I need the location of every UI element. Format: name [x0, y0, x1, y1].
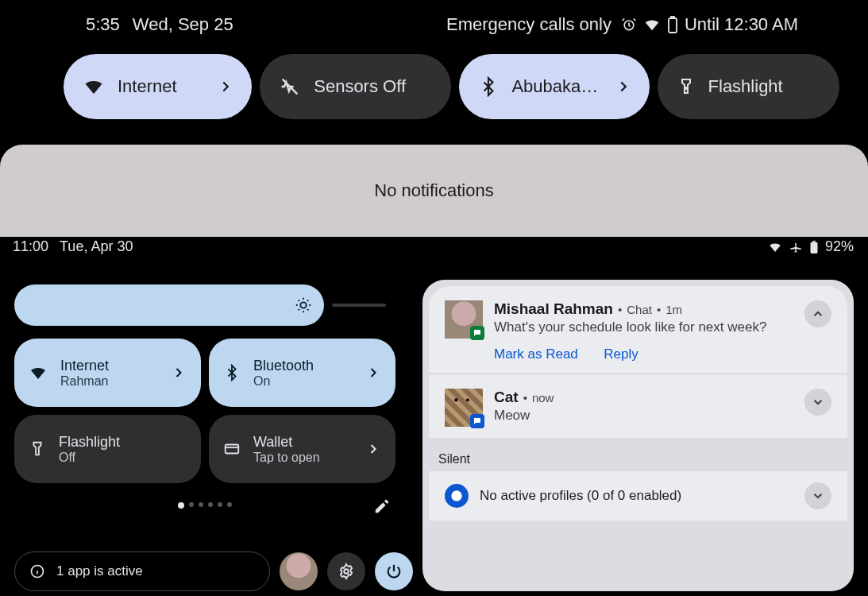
pager-dot — [227, 502, 232, 507]
flashlight-icon — [29, 440, 46, 458]
messages-app-badge-icon — [470, 414, 484, 428]
qs-tile-internet[interactable]: Internet Rahman — [14, 339, 201, 407]
battery-icon — [809, 240, 819, 254]
until-text: Until 12:30 AM — [685, 14, 798, 35]
svg-rect-2 — [671, 17, 674, 18]
qs-tile-label: Flashlight — [708, 76, 822, 97]
gear-icon — [338, 563, 355, 580]
alarm-icon — [621, 17, 637, 33]
chevron-right-icon — [171, 365, 187, 381]
qs-title: Wallet — [253, 434, 353, 451]
reply-button[interactable]: Reply — [604, 346, 638, 362]
wifi-icon — [643, 16, 661, 33]
svg-rect-1 — [669, 18, 677, 33]
qs-tile-bluetooth[interactable]: Bluetooth On — [209, 339, 395, 407]
wifi-icon — [83, 75, 105, 98]
info-icon — [29, 563, 45, 579]
battery-icon — [667, 16, 678, 33]
qs-tile-flashlight[interactable]: Flashlight Off — [14, 415, 201, 483]
brightness-slider[interactable] — [14, 284, 324, 326]
qs-subtitle: Rahman — [60, 374, 158, 389]
qs-subtitle: On — [253, 374, 353, 389]
avatar-image — [280, 552, 318, 590]
flashlight-icon — [677, 77, 696, 96]
qs-title: Flashlight — [59, 434, 187, 451]
wifi-icon — [29, 363, 48, 382]
no-notifications-panel: No notifications — [0, 145, 868, 237]
qs-tile-flashlight[interactable]: Flashlight — [658, 54, 839, 119]
brightness-track-remaining — [332, 304, 386, 307]
qs-tile-label: Sensors Off — [314, 76, 434, 97]
svg-point-3 — [685, 87, 687, 89]
expand-button[interactable] — [804, 482, 831, 509]
active-apps-label: 1 app is active — [56, 563, 143, 579]
settings-button[interactable] — [327, 552, 365, 590]
pager-dot — [199, 502, 203, 507]
pager-dot — [189, 502, 194, 507]
quick-settings-row-top: Internet Sensors Off Abubakar's.. Flashl… — [0, 35, 868, 119]
pager-dot — [208, 502, 213, 507]
active-apps-chip[interactable]: 1 app is active — [14, 551, 270, 591]
profiles-text: No active profiles (0 of 0 enabled) — [480, 488, 793, 504]
chat-app-badge-icon — [470, 326, 484, 340]
qs-tile-label: Internet — [118, 76, 204, 97]
notification-sender: Mishaal Rahman — [494, 300, 613, 318]
qs-tile-internet[interactable]: Internet — [64, 54, 252, 119]
notification-shade: Mishaal Rahman • Chat • 1m What's your s… — [422, 280, 854, 591]
qs-title: Internet — [60, 358, 158, 374]
chevron-down-icon — [811, 395, 825, 409]
no-notifications-text: No notifications — [374, 180, 493, 201]
bluetooth-icon — [223, 364, 241, 381]
qs-subtitle: Tap to open — [253, 451, 353, 465]
chevron-up-icon — [811, 307, 825, 321]
clock-time: 5:35 — [86, 14, 120, 35]
notification-source: Chat — [627, 303, 652, 316]
expand-button[interactable] — [804, 389, 831, 416]
qs-tile-label: Abubakar's.. — [511, 76, 601, 97]
power-icon — [385, 563, 403, 580]
bluetooth-icon — [478, 76, 499, 97]
chevron-right-icon — [365, 365, 381, 381]
wifi-icon — [768, 240, 782, 254]
sensors-off-icon — [279, 75, 301, 98]
pager-dot — [218, 502, 222, 507]
clock-date: Tue, Apr 30 — [60, 238, 133, 255]
clock-date: Wed, Sep 25 — [133, 14, 233, 35]
qs-tile-sensors[interactable]: Sensors Off — [260, 54, 451, 119]
wallet-icon — [223, 440, 241, 458]
avatar — [445, 389, 483, 427]
collapse-button[interactable] — [804, 300, 831, 327]
notification-time: 1m — [665, 303, 682, 316]
mark-as-read-button[interactable]: Mark as Read — [494, 346, 578, 362]
brightness-icon — [292, 294, 314, 316]
clock-time: 11:00 — [13, 238, 48, 255]
chevron-right-icon — [615, 78, 632, 95]
svg-rect-4 — [810, 242, 817, 253]
svg-rect-7 — [226, 445, 239, 454]
qs-pager[interactable] — [14, 502, 395, 509]
status-bar-top: 5:35 Wed, Sep 25 Emergency calls only Un… — [0, 0, 868, 35]
silent-section-label: Silent — [422, 438, 854, 471]
qs-tile-wallet[interactable]: Wallet Tap to open — [209, 415, 395, 483]
qs-subtitle: Off — [59, 451, 187, 465]
notification-item-cat[interactable]: Cat • now Meow — [429, 374, 847, 438]
power-button[interactable] — [375, 552, 413, 590]
svg-rect-5 — [812, 240, 816, 242]
dnd-icon — [445, 484, 469, 508]
chevron-down-icon — [811, 489, 825, 503]
notification-item-profiles[interactable]: No active profiles (0 of 0 enabled) — [429, 471, 847, 521]
notification-sender: Cat — [494, 389, 519, 406]
edit-tiles-button[interactable] — [373, 497, 391, 515]
qs-tile-bluetooth[interactable]: Abubakar's.. — [459, 54, 649, 119]
svg-point-6 — [300, 302, 306, 308]
pager-dot — [178, 502, 184, 509]
qs-footer: 1 app is active — [14, 551, 413, 591]
airplane-icon — [789, 240, 803, 254]
chevron-right-icon — [365, 441, 381, 457]
notification-item-chat[interactable]: Mishaal Rahman • Chat • 1m What's your s… — [429, 286, 847, 373]
user-avatar-button[interactable] — [280, 552, 318, 590]
svg-point-9 — [344, 569, 349, 574]
avatar — [445, 300, 483, 339]
notification-message: Meow — [494, 408, 793, 424]
notification-message: What's your schedule look like for next … — [494, 319, 793, 335]
